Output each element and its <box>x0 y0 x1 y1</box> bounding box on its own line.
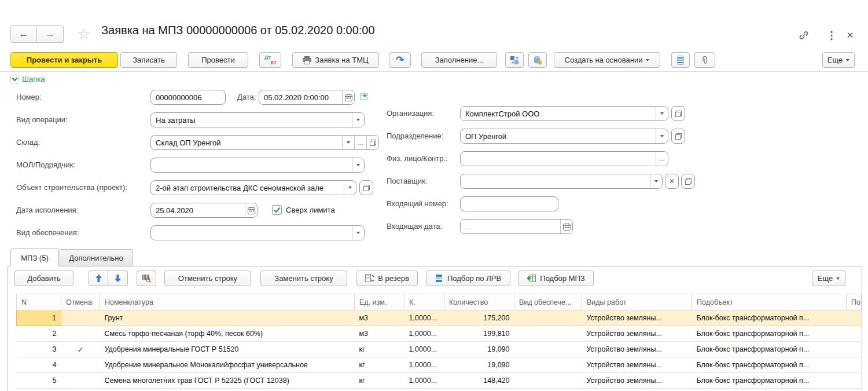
col-header-provision[interactable]: Вид обеспече... <box>514 294 582 310</box>
repost-button[interactable]: ↷ <box>389 52 411 68</box>
dropdown-icon[interactable] <box>352 113 364 127</box>
create-based-on-button[interactable]: Создать на основании <box>554 52 660 68</box>
col-header-tail[interactable]: По <box>847 294 862 310</box>
arrow-up-icon <box>95 275 102 282</box>
set-current-date-button[interactable] <box>360 92 370 103</box>
choose-icon[interactable]: ... <box>656 152 668 166</box>
table-row[interactable]: 5 Семена многолетних трав ГОСТ Р 52325 (… <box>17 373 862 389</box>
warehouse-label: Склад: <box>16 135 40 150</box>
add-row-button[interactable]: Добавить <box>14 271 73 286</box>
col-header-subobject[interactable]: Подобъект <box>692 294 847 310</box>
col-header-quantity[interactable]: Количество <box>444 294 514 310</box>
pick-mpz-button[interactable]: Подбор МПЗ <box>518 271 594 286</box>
dropdown-icon[interactable] <box>352 226 364 240</box>
forward-button[interactable]: → <box>37 25 64 43</box>
due-date-value: 25.04.2020 <box>151 203 245 217</box>
organization-select[interactable]: КомплектСтрой ООО <box>460 106 668 121</box>
clear-supplier-button[interactable]: ✕ <box>665 174 679 189</box>
cancel-row-button[interactable]: Отменить строку <box>164 271 251 286</box>
dropdown-icon[interactable] <box>344 181 356 195</box>
supplier-select[interactable] <box>460 174 663 189</box>
reports-button[interactable] <box>671 52 690 68</box>
open-construction-object-button[interactable] <box>359 180 373 195</box>
print-request-button[interactable]: Заявка на ТМЦ <box>292 52 379 68</box>
over-limit-checkbox[interactable] <box>272 205 282 215</box>
dropdown-icon[interactable] <box>650 174 662 188</box>
open-icon[interactable] <box>366 136 378 149</box>
warehouse-select[interactable]: Склад ОП Уренгой ... <box>150 135 379 150</box>
person-select[interactable]: ... <box>460 151 668 166</box>
paperclip-icon <box>700 56 709 65</box>
open-supplier-button[interactable] <box>681 174 695 189</box>
open-department-button[interactable] <box>671 129 685 144</box>
department-select[interactable]: ОП Уренгой <box>460 129 668 144</box>
save-button[interactable]: Записать <box>120 52 177 68</box>
move-row-down-button[interactable] <box>108 271 128 286</box>
post-button[interactable]: Провести <box>188 52 248 68</box>
operation-type-select[interactable]: На затраты <box>150 112 365 127</box>
date-input[interactable]: 05.02.2020 0:00:00 <box>259 90 355 105</box>
dropdown-icon[interactable] <box>656 129 668 143</box>
pick-mpz-icon <box>527 274 536 283</box>
post-and-close-button[interactable]: Провести и закрыть <box>10 52 118 68</box>
incoming-date-input[interactable]: . . <box>460 219 573 234</box>
cancel-checkmark[interactable]: ✓ <box>61 342 100 357</box>
col-header-k[interactable]: К. <box>404 294 444 310</box>
incoming-number-input[interactable] <box>460 196 558 211</box>
to-reserve-button[interactable]: В резерв <box>356 271 418 286</box>
replace-row-button[interactable]: Заменить строку <box>260 271 347 286</box>
table-row[interactable]: 4 Удобрение минеральное Монокалийфосфат … <box>17 357 862 373</box>
col-header-nomenclature[interactable]: Номенклатура <box>100 294 355 310</box>
open-organization-button[interactable] <box>671 106 685 121</box>
construction-object-select[interactable]: 2-ой этап строительства ДКС сеноманской … <box>150 180 356 195</box>
movements-button[interactable] <box>528 52 547 68</box>
due-date-input[interactable]: 25.04.2020 <box>150 203 258 218</box>
header-section-toggle[interactable]: Шапка <box>10 75 45 83</box>
more-menu-icon[interactable]: ⋮ <box>824 28 839 42</box>
col-header-n[interactable]: N <box>17 294 61 310</box>
choose-icon[interactable]: ... <box>354 136 366 149</box>
items-table: N Отмена Номенклатура Ед. изм. К. Количе… <box>16 294 862 389</box>
pick-lrv-button[interactable]: Подбор по ЛРВ <box>426 271 510 286</box>
dropdown-icon[interactable] <box>656 107 668 120</box>
checkmark-icon <box>273 207 281 213</box>
provision-type-select[interactable] <box>150 225 365 240</box>
barcode-button[interactable] <box>137 271 156 286</box>
forward-icon: → <box>45 28 55 40</box>
table-more-button[interactable]: Еще <box>812 271 845 286</box>
calendar-icon[interactable] <box>245 203 257 217</box>
number-input[interactable]: 00000000006 <box>150 90 226 105</box>
close-icon[interactable]: ✕ <box>843 28 858 42</box>
attachments-button[interactable] <box>694 52 715 68</box>
link-icon[interactable] <box>796 28 811 42</box>
tab-additional[interactable]: Дополнительно <box>60 249 133 266</box>
structure-button[interactable] <box>505 52 524 68</box>
toolbar-divider <box>0 71 868 72</box>
pick-lrv-label: Подбор по ЛРВ <box>447 274 501 283</box>
post-and-close-label: Провести и закрыть <box>27 56 102 64</box>
create-based-on-label: Создать на основании <box>565 56 643 64</box>
warehouse-value: Склад ОП Уренгой <box>151 136 342 149</box>
incoming-date-label: Входящая дата: <box>387 219 442 234</box>
supplier-value <box>461 174 650 188</box>
dropdown-icon[interactable] <box>342 136 354 149</box>
col-header-unit[interactable]: Ед. изм. <box>355 294 404 310</box>
dtkt-button[interactable]: ДтКт <box>259 52 281 68</box>
col-header-cancel[interactable]: Отмена <box>61 294 100 310</box>
col-header-works[interactable]: Виды работ <box>582 294 692 310</box>
barcode-icon <box>142 274 151 283</box>
toolbar-more-button[interactable]: Еще <box>822 52 855 68</box>
tab-mpz[interactable]: МПЗ (5) <box>10 249 59 266</box>
dropdown-icon[interactable] <box>352 158 364 172</box>
mol-select[interactable] <box>150 158 365 173</box>
table-row[interactable]: 1 Грунт м3 1,0000... 175,200 Устройство … <box>17 310 862 326</box>
table-row[interactable]: 3 ✓ Удобрения минеральные ГОСТ Р 51520 к… <box>17 342 862 357</box>
supplier-label: Поставщик: <box>387 174 427 189</box>
back-button[interactable]: ← <box>10 25 37 43</box>
table-row[interactable]: 2 Смесь торфо-песчаная (торф 40%, песок … <box>17 326 862 342</box>
fill-button[interactable]: Заполнение... <box>421 52 497 68</box>
favorite-star-icon[interactable]: ☆ <box>77 25 90 43</box>
move-row-up-button[interactable] <box>89 271 108 286</box>
calendar-icon[interactable] <box>342 90 354 104</box>
calendar-icon[interactable] <box>560 220 572 233</box>
